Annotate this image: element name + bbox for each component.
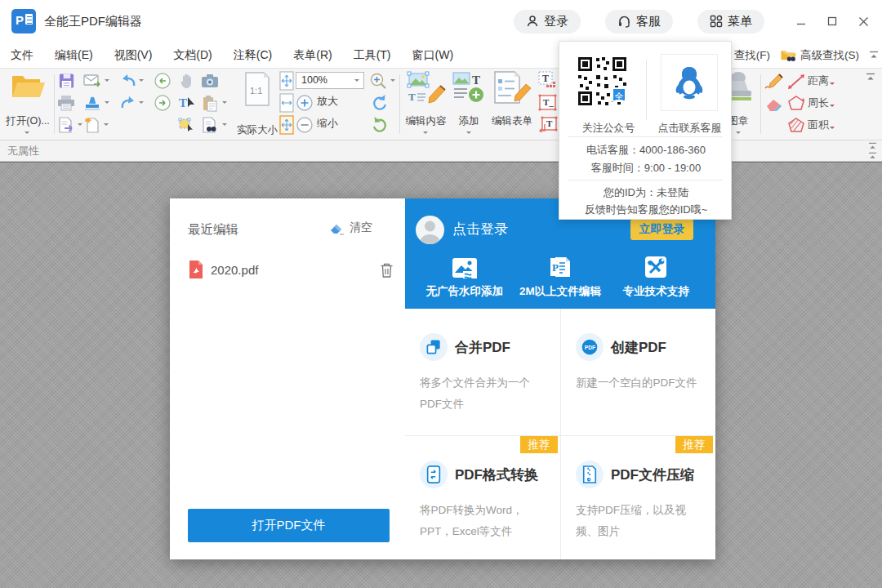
menu-document[interactable]: 文档(D) xyxy=(163,42,222,68)
actual-size-label: 实际大小 xyxy=(235,123,279,137)
zoom-in-button[interactable] xyxy=(294,92,315,114)
email-dropdown[interactable] xyxy=(105,79,109,84)
card-compress-pdf[interactable]: 推荐 PDF文件压缩 支持PDF压缩，以及视频、图片 xyxy=(560,435,715,559)
rotate-left-button[interactable] xyxy=(369,92,390,114)
redo-button[interactable] xyxy=(118,92,139,114)
area-icon[interactable] xyxy=(786,115,807,136)
marquee-zoom-button[interactable] xyxy=(368,70,389,91)
back-button[interactable] xyxy=(152,70,173,91)
rotate-right-button[interactable] xyxy=(369,114,390,136)
search-document-button[interactable] xyxy=(199,114,220,136)
menu-form[interactable]: 表单(R) xyxy=(283,42,342,68)
collapse-toolbar-icon[interactable] xyxy=(866,73,875,82)
login-button[interactable]: 登录 xyxy=(514,10,581,33)
menu-annotate[interactable]: 注释(C) xyxy=(223,42,283,68)
add-button[interactable]: T 添加 xyxy=(451,69,487,140)
actual-size-button[interactable]: 1:1 实际大小 xyxy=(235,69,279,140)
search-document-dropdown[interactable] xyxy=(222,123,227,128)
undo-button[interactable] xyxy=(118,70,139,91)
export-button[interactable] xyxy=(56,114,77,136)
svg-text:T: T xyxy=(472,74,480,87)
avatar xyxy=(416,216,444,244)
menu-button[interactable]: 菜单 xyxy=(697,10,764,33)
menu-view[interactable]: 视图(V) xyxy=(104,42,163,68)
login-now-button[interactable]: 立即登录 xyxy=(630,219,693,240)
card-merge-pdf[interactable]: 合并PDF 将多个文件合并为一个PDF文件 xyxy=(405,309,560,435)
login-cta-label[interactable]: 点击登录 xyxy=(452,220,508,238)
new-document-button[interactable] xyxy=(82,114,103,136)
titlebar: P 全能王PDF编辑器 登录 客服 菜单 xyxy=(0,0,882,42)
zoom-level-combobox[interactable]: 100% xyxy=(296,72,364,89)
undo-dropdown[interactable] xyxy=(139,79,144,84)
delete-file-icon[interactable] xyxy=(380,262,394,278)
qq-contact-box[interactable] xyxy=(661,54,718,111)
close-button[interactable] xyxy=(851,9,875,33)
service-label: 客服 xyxy=(636,14,661,29)
perimeter-icon[interactable] xyxy=(786,93,807,114)
text-field-grid-button[interactable]: T xyxy=(537,70,559,91)
open-pdf-label: 打开PDF文件 xyxy=(252,518,326,533)
print-button[interactable] xyxy=(56,92,77,114)
recent-panel: 最近编辑 清空 2020.pdf 打开PDF文件 xyxy=(170,198,405,559)
eraser-tool-button[interactable] xyxy=(764,94,785,115)
collapse-menubar-icon[interactable] xyxy=(869,51,879,60)
svg-text:T: T xyxy=(542,73,549,84)
recent-file-row[interactable]: 2020.pdf xyxy=(188,257,394,282)
stamp-dropdown[interactable] xyxy=(105,101,109,106)
distance-label[interactable]: 距离 xyxy=(808,71,835,91)
service-button[interactable]: 客服 xyxy=(605,10,673,33)
redo-dropdown[interactable] xyxy=(139,101,144,106)
eraser-icon xyxy=(329,221,345,235)
email-button[interactable] xyxy=(82,70,103,91)
paste-dropdown[interactable] xyxy=(222,101,227,106)
toolbar: 打开(O)... T 1:1 实际大小 xyxy=(0,69,882,140)
recent-title: 最近编辑 xyxy=(188,221,238,238)
paste-button[interactable] xyxy=(199,92,220,114)
open-label: 打开(O)... xyxy=(3,114,52,128)
card-title: PDF格式转换 xyxy=(455,466,538,484)
clear-recent-button[interactable]: 清空 xyxy=(329,220,372,235)
collapse-panel-icon-2[interactable] xyxy=(868,152,877,160)
menu-tools[interactable]: 工具(T) xyxy=(343,42,402,68)
feature-large-file: P 2M以上文件编辑 xyxy=(512,252,608,299)
card-create-pdf[interactable]: PDF 创建PDF 新建一个空白的PDF文件 xyxy=(560,309,715,435)
open-pdf-button[interactable]: 打开PDF文件 xyxy=(188,509,390,542)
menu-label: 菜单 xyxy=(728,14,752,29)
watermark-icon xyxy=(416,252,512,278)
edit-content-button[interactable]: T 编辑内容 xyxy=(403,69,449,140)
collapse-panel-icon-1[interactable] xyxy=(868,142,877,150)
perimeter-label[interactable]: 周长 xyxy=(808,93,835,113)
zoom-out-label: 缩小 xyxy=(317,114,338,132)
window-title: 全能王PDF编辑器 xyxy=(44,14,142,29)
minimize-button[interactable] xyxy=(789,9,813,33)
headset-icon xyxy=(617,15,631,28)
menu-edit[interactable]: 编辑(E) xyxy=(44,42,104,68)
snapshot-button[interactable] xyxy=(199,70,220,91)
save-button[interactable] xyxy=(56,70,77,91)
advanced-find-button[interactable]: 高级查找(S) xyxy=(780,47,859,63)
hand-tool-button[interactable] xyxy=(176,70,198,91)
edit-form-button[interactable]: 编辑表单 xyxy=(488,69,536,140)
new-document-dropdown[interactable] xyxy=(104,123,109,128)
marquee-zoom-dropdown[interactable] xyxy=(390,79,395,84)
distance-icon[interactable] xyxy=(786,71,807,92)
card-convert-pdf[interactable]: 推荐 PDF格式转换 将PDF转换为Word，PPT，Excel等文件 xyxy=(405,435,560,559)
open-file-button[interactable]: 打开(O)... xyxy=(3,69,52,140)
feature-cards: 合并PDF 将多个文件合并为一个PDF文件 PDF 创建PDF 新建一个空白的P… xyxy=(405,309,715,559)
fit-width-button[interactable] xyxy=(276,70,297,91)
pencil-tool-button[interactable] xyxy=(764,71,785,92)
maximize-button[interactable] xyxy=(820,9,844,33)
select-annotation-button[interactable] xyxy=(176,114,198,136)
qq-penguin-icon xyxy=(675,65,704,100)
menu-window[interactable]: 窗口(W) xyxy=(402,42,465,68)
menu-file[interactable]: 文件 xyxy=(0,42,44,68)
area-label[interactable]: 面积 xyxy=(808,115,835,135)
forward-button[interactable] xyxy=(152,92,173,114)
text-field-arrow-button[interactable]: T xyxy=(537,114,559,136)
pdf-doc-icon: P xyxy=(512,252,608,278)
stamp-tool-button[interactable] xyxy=(82,92,103,114)
qr-code: 全 xyxy=(577,56,628,109)
zoom-out-button[interactable] xyxy=(294,114,315,136)
text-field-button[interactable]: T_ xyxy=(537,92,559,114)
text-select-button[interactable]: T xyxy=(176,92,198,114)
